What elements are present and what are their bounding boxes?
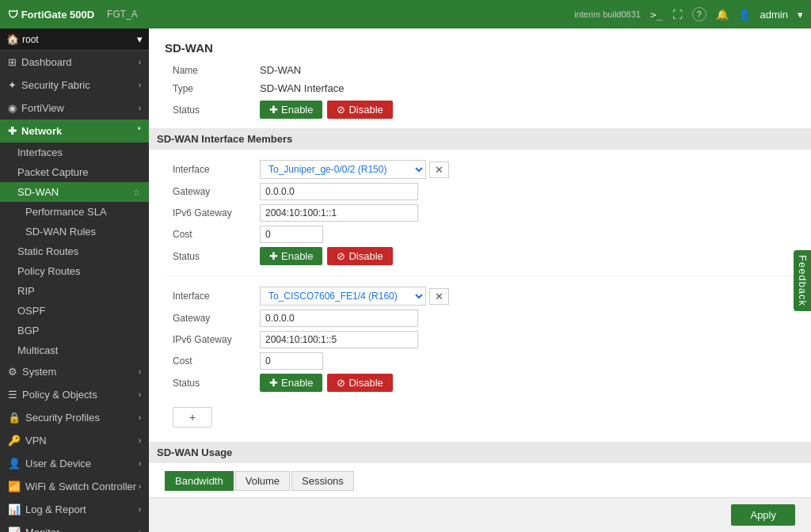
member1-select-wrap: To_Juniper_ge-0/0/2 (R150) ✕: [260, 160, 449, 179]
sidebar-item-network-label: Network: [21, 125, 62, 137]
m2-disable-icon: ⊘: [337, 377, 345, 389]
sidebar-item-user-device[interactable]: 👤 User & Device ›: [0, 452, 149, 475]
topbar: 🛡 FortiGate 500D FGT_A interim build0831…: [0, 0, 811, 28]
sidebar-sub-multicast[interactable]: Multicast: [0, 340, 149, 360]
sidebar-item-vpn-label: VPN: [25, 435, 47, 446]
member1-status-row: Status ✚ Enable ⊘ Disable: [173, 247, 787, 265]
tab-bar: Bandwidth Volume Sessions: [165, 471, 795, 491]
enable-button[interactable]: ✚ Enable: [260, 101, 322, 119]
feedback-tab[interactable]: Feedback: [794, 250, 811, 311]
user-device-arrow: ›: [139, 459, 141, 468]
sidebar-item-policy-objects-label: Policy & Objects: [22, 389, 97, 401]
sidebar-sub-multicast-label: Multicast: [17, 344, 58, 356]
network-arrow: ˅: [137, 127, 141, 135]
sidebar-item-system[interactable]: ⚙ System ›: [0, 360, 149, 383]
sidebar-sub-performance-sla-label: Performance SLA: [25, 206, 107, 218]
member1-gateway-label: Gateway: [173, 186, 260, 197]
user-dropdown-icon[interactable]: ▾: [798, 9, 803, 21]
member2-disable-button[interactable]: ⊘ Disable: [327, 374, 392, 392]
sidebar-item-log-report[interactable]: 📊 Log & Report ›: [0, 498, 149, 521]
dashboard-icon: ⊞: [8, 56, 17, 68]
help-icon[interactable]: ?: [692, 7, 706, 21]
sidebar-sub-policy-routes-label: Policy Routes: [17, 265, 80, 277]
apply-button[interactable]: Apply: [731, 504, 795, 526]
member2-enable-button[interactable]: ✚ Enable: [260, 374, 322, 392]
member2-interface-label: Interface: [173, 291, 260, 302]
sidebar-sub-sd-wan[interactable]: SD-WAN ☆: [0, 182, 149, 202]
user-avatar[interactable]: 👤: [738, 9, 751, 21]
sidebar-item-log-report-label: Log & Report: [25, 504, 86, 515]
member2-ipv6-label: IPv6 Gateway: [173, 334, 260, 345]
sidebar-item-dashboard[interactable]: ⊞ Dashboard ›: [0, 51, 149, 74]
disable-button[interactable]: ⊘ Disable: [327, 101, 392, 119]
m2-enable-icon: ✚: [269, 377, 278, 389]
sidebar-item-vpn[interactable]: 🔑 VPN ›: [0, 429, 149, 452]
tab-volume[interactable]: Volume: [235, 471, 290, 491]
disable-circle-icon: ⊘: [337, 104, 345, 116]
monitor-arrow: ›: [139, 528, 141, 532]
sidebar-sub-sd-wan-rules[interactable]: SD-WAN Rules: [0, 222, 149, 241]
status-label: Status: [173, 104, 260, 116]
wifi-icon: 📶: [8, 481, 21, 492]
fortigate-logo: 🛡 FortiGate 500D: [8, 9, 94, 21]
sidebar-item-security-fabric[interactable]: ✦ Security Fabric ›: [0, 74, 149, 97]
member2-remove-button[interactable]: ✕: [429, 288, 449, 305]
member1-ipv6-row: IPv6 Gateway: [173, 204, 787, 222]
member2-interface-select[interactable]: To_CISCO7606_FE1/4 (R160): [260, 287, 426, 306]
member2-gateway-row: Gateway: [173, 310, 787, 327]
sidebar-item-wifi-switch[interactable]: 📶 WiFi & Switch Controller ›: [0, 475, 149, 498]
root-dropdown-icon[interactable]: ▾: [137, 33, 143, 45]
page-title-section: SD-WAN: [165, 41, 795, 55]
bell-icon[interactable]: 🔔: [716, 9, 729, 21]
member1-status-label: Status: [173, 251, 260, 262]
sidebar-sub-bgp[interactable]: BGP: [0, 321, 149, 340]
sidebar-item-monitor[interactable]: 📈 Monitor ›: [0, 521, 149, 532]
sidebar-item-monitor-label: Monitor: [25, 526, 59, 532]
root-selector[interactable]: 🏠 root ▾: [0, 28, 149, 51]
member1-ipv6-input[interactable]: [260, 204, 418, 222]
build-info: interim build0831: [574, 10, 641, 19]
fullscreen-icon[interactable]: ⛶: [672, 9, 683, 21]
member1-gateway-input[interactable]: [260, 183, 418, 200]
sidebar-sub-ospf[interactable]: OSPF: [0, 301, 149, 321]
sd-wan-star-icon[interactable]: ☆: [132, 187, 141, 198]
sidebar-sub-policy-routes[interactable]: Policy Routes: [0, 261, 149, 281]
member2-cost-input[interactable]: [260, 352, 323, 370]
member1-enable-button[interactable]: ✚ Enable: [260, 247, 322, 265]
member1-cost-row: Cost: [173, 226, 787, 243]
hostname: FGT_A: [107, 9, 138, 20]
sidebar-sub-ospf-label: OSPF: [17, 305, 45, 317]
sidebar-item-system-label: System: [22, 366, 56, 378]
sidebar-sub-packet-capture[interactable]: Packet Capture: [0, 162, 149, 182]
m1-enable-icon: ✚: [269, 250, 278, 262]
sidebar-item-security-profiles[interactable]: 🔒 Security Profiles ›: [0, 406, 149, 429]
content-area: Feedback SD-WAN Name SD-WAN Type SD-WAN …: [149, 28, 811, 497]
member1-disable-button[interactable]: ⊘ Disable: [327, 247, 392, 265]
sidebar-item-policy-objects[interactable]: ☰ Policy & Objects ›: [0, 383, 149, 406]
member1-interface-select[interactable]: To_Juniper_ge-0/0/2 (R150): [260, 160, 426, 179]
tab-bandwidth[interactable]: Bandwidth: [165, 471, 234, 491]
member1-cost-input[interactable]: [260, 226, 323, 243]
sidebar-item-dashboard-label: Dashboard: [21, 56, 72, 68]
member2-cost-label: Cost: [173, 355, 260, 367]
sidebar: 🏠 root ▾ ⊞ Dashboard › ✦ Security Fabric…: [0, 28, 149, 532]
add-member-button[interactable]: +: [173, 407, 212, 428]
member2-ipv6-row: IPv6 Gateway: [173, 331, 787, 348]
sidebar-sub-bgp-label: BGP: [17, 325, 39, 336]
tab-sessions[interactable]: Sessions: [291, 471, 354, 491]
sidebar-sub-rip[interactable]: RIP: [0, 281, 149, 301]
root-label: root: [22, 34, 137, 45]
terminal-icon[interactable]: >_: [650, 9, 663, 21]
system-icon: ⚙: [8, 366, 17, 378]
member2-ipv6-input[interactable]: [260, 331, 418, 348]
sidebar-sub-interfaces[interactable]: Interfaces: [0, 142, 149, 162]
member1-remove-button[interactable]: ✕: [429, 162, 449, 178]
sidebar-item-fortiview[interactable]: ◉ FortiView ›: [0, 97, 149, 120]
member2-status-label: Status: [173, 378, 260, 389]
sidebar-sub-performance-sla[interactable]: Performance SLA: [0, 202, 149, 222]
sidebar-sub-static-routes[interactable]: Static Routes: [0, 241, 149, 261]
sidebar-item-network[interactable]: ✚ Network ˅: [0, 120, 149, 142]
sidebar-item-fortiview-label: FortiView: [21, 102, 64, 114]
member2-gateway-input[interactable]: [260, 310, 418, 327]
security-profiles-icon: 🔒: [8, 412, 21, 424]
